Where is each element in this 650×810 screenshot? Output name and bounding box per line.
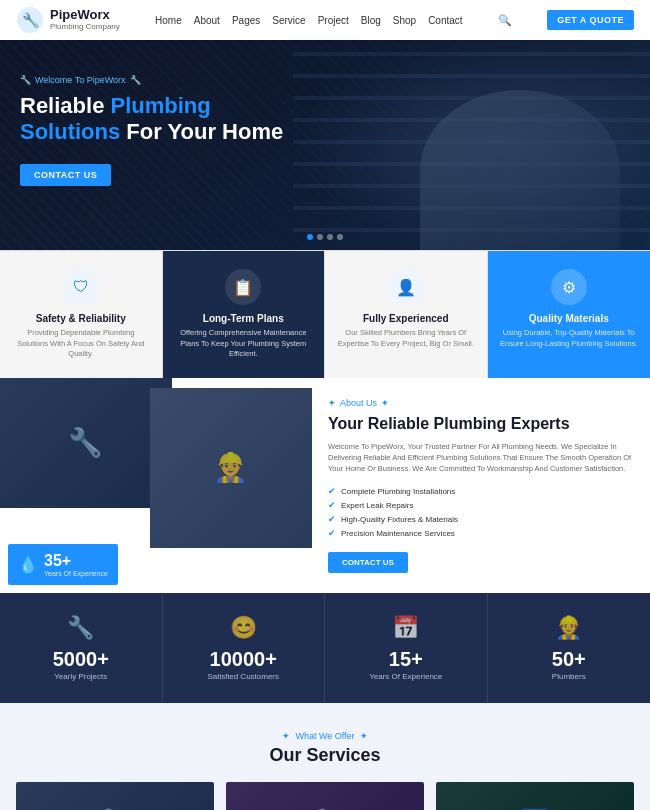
feature-longterm-desc: Offering Comprehensive Maintenance Plans… [175, 328, 313, 360]
stat-projects-label: Yearly Projects [12, 672, 150, 681]
badge-label: Years Of Experience [44, 570, 108, 577]
service-sewer: 🚰 🚰 Sewer Services Professional Sewer Se… [436, 782, 634, 810]
feature-safety: 🛡 Safety & Reliability Providing Dependa… [0, 251, 163, 378]
features-section: 🛡 Safety & Reliability Providing Dependa… [0, 250, 650, 378]
star-icon-left: ✦ [282, 731, 290, 741]
services-grid: 🔧 🔧 Leak Repairs Comprehensive Leak Repa… [16, 782, 634, 810]
list-item-3: ✔High-Quality Fixtures & Materials [328, 512, 634, 526]
calendar-icon: 📅 [337, 615, 475, 641]
service-sewer-image: 🚰 [436, 782, 634, 810]
drop-icon: 💧 [18, 555, 38, 574]
hero-hand-image [420, 90, 620, 250]
feature-quality: ⚙ Quality Materials Using Durable, Top-Q… [488, 251, 651, 378]
stat-customers: 😊 10000+ Satisfied Customers [163, 593, 326, 703]
navbar: 🔧 PipeWorx Plumbing Company Home About P… [0, 0, 650, 40]
about-section: 🔧 👷 💧 35+ Years Of Experience ✦ About Us… [0, 378, 650, 594]
service-pipe: 🔩 🔩 Pipe Services Comprehensive Pipe Ser… [226, 782, 424, 810]
feature-longterm-title: Long-Term Plans [175, 313, 313, 324]
feature-quality-title: Quality Materials [500, 313, 639, 324]
list-item-4: ✔Precision Maintenance Services [328, 526, 634, 540]
nav-blog[interactable]: Blog [361, 15, 381, 26]
dot-1[interactable] [307, 234, 313, 240]
dot-4[interactable] [337, 234, 343, 240]
stat-projects-num: 5000+ [12, 649, 150, 669]
about-title: Your Reliable Plumbing Experts [328, 414, 634, 433]
nav-service[interactable]: Service [272, 15, 305, 26]
feature-longterm: 📋 Long-Term Plans Offering Comprehensive… [163, 251, 326, 378]
stat-experience: 📅 15+ Years Of Experience [325, 593, 488, 703]
brand-name: PipeWorx [50, 8, 120, 22]
feature-quality-desc: Using Durable, Top-Quality Materials To … [500, 328, 639, 349]
pipe-icon: 🔧 [68, 426, 103, 459]
logo-text: PipeWorx Plumbing Company [50, 8, 120, 31]
about-contact-button[interactable]: CONTACT US [328, 552, 408, 573]
services-section: ✦ What We Offer ✦ Our Services 🔧 🔧 Leak … [0, 703, 650, 810]
hero-content: 🔧 Welcome To PipeWorx 🔧 Reliable Plumbin… [20, 75, 283, 186]
stat-customers-num: 10000+ [175, 649, 313, 669]
about-image-2: 👷 [150, 388, 312, 548]
nav-about[interactable]: About [194, 15, 220, 26]
dot-3[interactable] [327, 234, 333, 240]
check-icon-4: ✔ [328, 528, 336, 538]
feature-safety-title: Safety & Reliability [12, 313, 150, 324]
list-item-2: ✔Expert Leak Repairs [328, 498, 634, 512]
stat-experience-num: 15+ [337, 649, 475, 669]
logo-icon: 🔧 [16, 6, 44, 34]
smile-icon: 😊 [175, 615, 313, 641]
feature-experienced: 👤 Fully Experienced Our Skilled Plumbers… [325, 251, 488, 378]
logo: 🔧 PipeWorx Plumbing Company [16, 6, 120, 34]
svg-text:🔧: 🔧 [22, 12, 40, 29]
wrench-icon-2: 🔧 [130, 75, 141, 85]
hero-dots [307, 234, 343, 240]
stat-plumbers-num: 50+ [500, 649, 639, 669]
about-content: ✦ About Us ✦ Your Reliable Plumbing Expe… [312, 378, 650, 594]
experience-badge: 💧 35+ Years Of Experience [8, 544, 118, 585]
services-tag: ✦ What We Offer ✦ [16, 731, 634, 741]
services-title: Our Services [16, 745, 634, 766]
stat-customers-label: Satisfied Customers [175, 672, 313, 681]
stat-plumbers: 👷 50+ Plumbers [488, 593, 651, 703]
brand-sub: Plumbing Company [50, 23, 120, 32]
dot-2[interactable] [317, 234, 323, 240]
hero-title: Reliable Plumbing Solutions For Your Hom… [20, 93, 283, 146]
shield-icon: 🛡 [63, 269, 99, 305]
about-images: 🔧 👷 💧 35+ Years Of Experience [0, 378, 312, 594]
hero-welcome: 🔧 Welcome To PipeWorx 🔧 [20, 75, 283, 85]
wrench-icon: 🔧 [20, 75, 31, 85]
stat-plumbers-label: Plumbers [500, 672, 639, 681]
about-tag: ✦ About Us ✦ [328, 398, 634, 408]
list-item-1: ✔Complete Plumbing Installations [328, 484, 634, 498]
star-icon-2: ✦ [381, 398, 389, 408]
hero-cta-button[interactable]: CONTACT US [20, 164, 111, 186]
badge-number: 35+ [44, 552, 108, 570]
hero-image [293, 40, 651, 250]
check-icon-3: ✔ [328, 514, 336, 524]
stats-section: 🔧 5000+ Yearly Projects 😊 10000+ Satisfi… [0, 593, 650, 703]
stat-experience-label: Years Of Experience [337, 672, 475, 681]
search-icon[interactable]: 🔍 [498, 14, 512, 27]
wrench-stat-icon: 🔧 [12, 615, 150, 641]
clipboard-icon: 📋 [225, 269, 261, 305]
about-list: ✔Complete Plumbing Installations ✔Expert… [328, 484, 634, 540]
nav-shop[interactable]: Shop [393, 15, 416, 26]
gear-icon: ⚙ [551, 269, 587, 305]
stat-projects: 🔧 5000+ Yearly Projects [0, 593, 163, 703]
nav-cta-button[interactable]: GET A QUOTE [547, 10, 634, 30]
about-image-1: 🔧 [0, 378, 172, 508]
worker-icon: 👷 [213, 451, 248, 484]
nav-home[interactable]: Home [155, 15, 182, 26]
nav-project[interactable]: Project [318, 15, 349, 26]
star-icon-right: ✦ [360, 731, 368, 741]
hero-section: 🔧 Welcome To PipeWorx 🔧 Reliable Plumbin… [0, 40, 650, 250]
feature-experienced-desc: Our Skilled Plumbers Bring Years Of Expe… [337, 328, 475, 349]
about-description: Welcome To PipeWorx, Your Trusted Partne… [328, 441, 634, 475]
nav-contact[interactable]: Contact [428, 15, 462, 26]
nav-pages[interactable]: Pages [232, 15, 260, 26]
person-icon: 👤 [388, 269, 424, 305]
service-leak-image: 🔧 [16, 782, 214, 810]
check-icon-1: ✔ [328, 486, 336, 496]
service-pipe-image: 🔩 [226, 782, 424, 810]
service-leak: 🔧 🔧 Leak Repairs Comprehensive Leak Repa… [16, 782, 214, 810]
star-icon: ✦ [328, 398, 336, 408]
feature-safety-desc: Providing Dependable Plumbing Solutions … [12, 328, 150, 360]
